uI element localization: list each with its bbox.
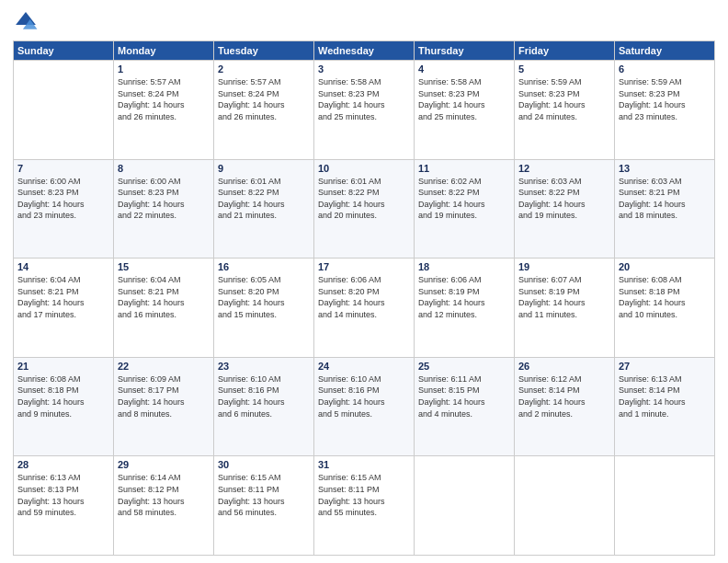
cell-details: Sunrise: 5:57 AMSunset: 8:24 PMDaylight:… bbox=[118, 76, 210, 122]
day-number: 2 bbox=[218, 63, 310, 75]
cell-details: Sunrise: 6:08 AMSunset: 8:18 PMDaylight:… bbox=[619, 274, 711, 320]
calendar-cell: 7Sunrise: 6:00 AMSunset: 8:23 PMDaylight… bbox=[14, 159, 114, 259]
cell-details: Sunrise: 6:03 AMSunset: 8:21 PMDaylight:… bbox=[619, 176, 711, 222]
cell-details: Sunrise: 6:15 AMSunset: 8:11 PMDaylight:… bbox=[218, 472, 310, 518]
day-number: 11 bbox=[418, 163, 510, 174]
day-number: 30 bbox=[218, 459, 310, 470]
calendar-cell: 25Sunrise: 6:11 AMSunset: 8:15 PMDayligh… bbox=[415, 357, 515, 456]
cell-details: Sunrise: 5:57 AMSunset: 8:24 PMDaylight:… bbox=[218, 76, 310, 122]
day-number: 25 bbox=[418, 361, 510, 372]
day-number: 1 bbox=[118, 63, 210, 75]
cell-details: Sunrise: 5:59 AMSunset: 8:23 PMDaylight:… bbox=[518, 76, 610, 122]
cell-details: Sunrise: 6:00 AMSunset: 8:23 PMDaylight:… bbox=[17, 176, 109, 222]
day-number: 18 bbox=[418, 261, 510, 272]
calendar-cell: 9Sunrise: 6:01 AMSunset: 8:22 PMDaylight… bbox=[214, 159, 314, 259]
day-number: 27 bbox=[619, 361, 711, 372]
day-number: 6 bbox=[619, 63, 711, 75]
cell-details: Sunrise: 6:13 AMSunset: 8:14 PMDaylight:… bbox=[619, 373, 711, 419]
cell-details: Sunrise: 6:00 AMSunset: 8:23 PMDaylight:… bbox=[118, 176, 210, 222]
day-header-thursday: Thursday bbox=[415, 41, 515, 61]
day-number: 9 bbox=[218, 163, 310, 174]
cell-details: Sunrise: 6:03 AMSunset: 8:22 PMDaylight:… bbox=[518, 176, 610, 222]
calendar-cell: 18Sunrise: 6:06 AMSunset: 8:19 PMDayligh… bbox=[415, 259, 515, 358]
cell-details: Sunrise: 5:58 AMSunset: 8:23 PMDaylight:… bbox=[418, 76, 510, 122]
calendar: SundayMondayTuesdayWednesdayThursdayFrid… bbox=[13, 40, 715, 556]
day-header-tuesday: Tuesday bbox=[214, 41, 314, 61]
calendar-cell: 8Sunrise: 6:00 AMSunset: 8:23 PMDaylight… bbox=[114, 159, 214, 259]
day-number: 14 bbox=[17, 261, 109, 272]
day-number: 26 bbox=[518, 361, 610, 372]
day-number: 8 bbox=[118, 163, 210, 174]
week-row-1: 7Sunrise: 6:00 AMSunset: 8:23 PMDaylight… bbox=[14, 159, 715, 259]
week-row-2: 14Sunrise: 6:04 AMSunset: 8:21 PMDayligh… bbox=[14, 259, 715, 358]
calendar-header-row: SundayMondayTuesdayWednesdayThursdayFrid… bbox=[14, 41, 715, 61]
cell-details: Sunrise: 6:13 AMSunset: 8:13 PMDaylight:… bbox=[17, 472, 109, 518]
calendar-cell: 31Sunrise: 6:15 AMSunset: 8:11 PMDayligh… bbox=[314, 456, 415, 556]
week-row-4: 28Sunrise: 6:13 AMSunset: 8:13 PMDayligh… bbox=[14, 456, 715, 556]
cell-details: Sunrise: 6:01 AMSunset: 8:22 PMDaylight:… bbox=[218, 176, 310, 222]
calendar-cell: 23Sunrise: 6:10 AMSunset: 8:16 PMDayligh… bbox=[214, 357, 314, 456]
day-number: 21 bbox=[17, 361, 109, 372]
logo-icon bbox=[13, 9, 39, 35]
cell-details: Sunrise: 6:04 AMSunset: 8:21 PMDaylight:… bbox=[17, 274, 109, 320]
calendar-cell: 14Sunrise: 6:04 AMSunset: 8:21 PMDayligh… bbox=[14, 259, 114, 358]
day-number: 12 bbox=[518, 163, 610, 174]
cell-details: Sunrise: 5:59 AMSunset: 8:23 PMDaylight:… bbox=[619, 76, 711, 122]
cell-details: Sunrise: 6:10 AMSunset: 8:16 PMDaylight:… bbox=[218, 373, 310, 419]
calendar-cell: 17Sunrise: 6:06 AMSunset: 8:20 PMDayligh… bbox=[314, 259, 415, 358]
cell-details: Sunrise: 6:07 AMSunset: 8:19 PMDaylight:… bbox=[518, 274, 610, 320]
week-row-0: 1Sunrise: 5:57 AMSunset: 8:24 PMDaylight… bbox=[14, 61, 715, 160]
day-number: 28 bbox=[17, 459, 109, 470]
calendar-cell: 20Sunrise: 6:08 AMSunset: 8:18 PMDayligh… bbox=[615, 259, 715, 358]
cell-details: Sunrise: 6:14 AMSunset: 8:12 PMDaylight:… bbox=[118, 472, 210, 518]
cell-details: Sunrise: 6:06 AMSunset: 8:19 PMDaylight:… bbox=[418, 274, 510, 320]
calendar-cell: 15Sunrise: 6:04 AMSunset: 8:21 PMDayligh… bbox=[114, 259, 214, 358]
calendar-cell: 11Sunrise: 6:02 AMSunset: 8:22 PMDayligh… bbox=[415, 159, 515, 259]
day-number: 4 bbox=[418, 63, 510, 75]
calendar-cell: 30Sunrise: 6:15 AMSunset: 8:11 PMDayligh… bbox=[214, 456, 314, 556]
day-header-saturday: Saturday bbox=[615, 41, 715, 61]
page: SundayMondayTuesdayWednesdayThursdayFrid… bbox=[0, 0, 728, 563]
day-number: 20 bbox=[619, 261, 711, 272]
day-number: 3 bbox=[318, 63, 410, 75]
day-header-friday: Friday bbox=[515, 41, 615, 61]
calendar-cell: 1Sunrise: 5:57 AMSunset: 8:24 PMDaylight… bbox=[114, 61, 214, 160]
cell-details: Sunrise: 6:12 AMSunset: 8:14 PMDaylight:… bbox=[518, 373, 610, 419]
day-header-wednesday: Wednesday bbox=[314, 41, 415, 61]
calendar-cell bbox=[415, 456, 515, 556]
day-number: 16 bbox=[218, 261, 310, 272]
day-number: 7 bbox=[17, 163, 109, 174]
calendar-cell: 10Sunrise: 6:01 AMSunset: 8:22 PMDayligh… bbox=[314, 159, 415, 259]
calendar-cell: 22Sunrise: 6:09 AMSunset: 8:17 PMDayligh… bbox=[114, 357, 214, 456]
day-number: 10 bbox=[318, 163, 410, 174]
svg-marker-0 bbox=[16, 12, 36, 25]
day-header-sunday: Sunday bbox=[14, 41, 114, 61]
calendar-cell bbox=[515, 456, 615, 556]
cell-details: Sunrise: 6:05 AMSunset: 8:20 PMDaylight:… bbox=[218, 274, 310, 320]
cell-details: Sunrise: 6:09 AMSunset: 8:17 PMDaylight:… bbox=[118, 373, 210, 419]
cell-details: Sunrise: 6:01 AMSunset: 8:22 PMDaylight:… bbox=[318, 176, 410, 222]
day-number: 31 bbox=[318, 459, 410, 470]
week-row-3: 21Sunrise: 6:08 AMSunset: 8:18 PMDayligh… bbox=[14, 357, 715, 456]
calendar-cell: 12Sunrise: 6:03 AMSunset: 8:22 PMDayligh… bbox=[515, 159, 615, 259]
calendar-cell: 13Sunrise: 6:03 AMSunset: 8:21 PMDayligh… bbox=[615, 159, 715, 259]
cell-details: Sunrise: 6:15 AMSunset: 8:11 PMDaylight:… bbox=[318, 472, 410, 518]
day-number: 13 bbox=[619, 163, 711, 174]
calendar-cell: 28Sunrise: 6:13 AMSunset: 8:13 PMDayligh… bbox=[14, 456, 114, 556]
calendar-cell: 3Sunrise: 5:58 AMSunset: 8:23 PMDaylight… bbox=[314, 61, 415, 160]
cell-details: Sunrise: 5:58 AMSunset: 8:23 PMDaylight:… bbox=[318, 76, 410, 122]
day-number: 23 bbox=[218, 361, 310, 372]
day-number: 5 bbox=[518, 63, 610, 75]
day-header-monday: Monday bbox=[114, 41, 214, 61]
calendar-cell: 2Sunrise: 5:57 AMSunset: 8:24 PMDaylight… bbox=[214, 61, 314, 160]
calendar-cell: 29Sunrise: 6:14 AMSunset: 8:12 PMDayligh… bbox=[114, 456, 214, 556]
day-number: 19 bbox=[518, 261, 610, 272]
header bbox=[13, 9, 715, 35]
day-number: 24 bbox=[318, 361, 410, 372]
calendar-cell: 21Sunrise: 6:08 AMSunset: 8:18 PMDayligh… bbox=[14, 357, 114, 456]
calendar-cell: 6Sunrise: 5:59 AMSunset: 8:23 PMDaylight… bbox=[615, 61, 715, 160]
calendar-cell bbox=[14, 61, 114, 160]
calendar-cell: 19Sunrise: 6:07 AMSunset: 8:19 PMDayligh… bbox=[515, 259, 615, 358]
cell-details: Sunrise: 6:04 AMSunset: 8:21 PMDaylight:… bbox=[118, 274, 210, 320]
calendar-cell: 27Sunrise: 6:13 AMSunset: 8:14 PMDayligh… bbox=[615, 357, 715, 456]
